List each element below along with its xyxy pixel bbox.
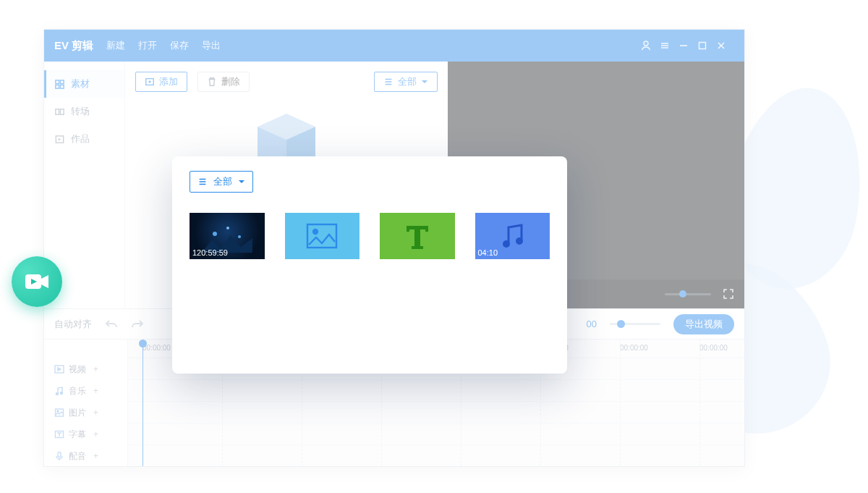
ruler-tick: 00:00:00 bbox=[620, 344, 648, 352]
camera-icon bbox=[24, 271, 50, 292]
svg-point-0 bbox=[644, 41, 648, 46]
record-badge[interactable] bbox=[12, 256, 62, 307]
audio-duration: 04:10 bbox=[478, 248, 498, 257]
svg-rect-19 bbox=[58, 452, 61, 458]
close-icon[interactable] bbox=[715, 40, 734, 51]
menu-export[interactable]: 导出 bbox=[202, 39, 221, 52]
titlebar: EV 剪辑 新建 打开 保存 导出 bbox=[44, 30, 744, 62]
svg-point-22 bbox=[226, 227, 229, 229]
filter-dropdown[interactable]: 全部 bbox=[374, 72, 438, 92]
add-track-icon[interactable]: + bbox=[93, 364, 98, 374]
add-track-icon[interactable]: + bbox=[93, 451, 98, 461]
redo-icon[interactable] bbox=[131, 319, 144, 330]
media-card-image[interactable] bbox=[285, 213, 360, 259]
menu-new[interactable]: 新建 bbox=[106, 39, 125, 52]
svg-point-15 bbox=[60, 392, 62, 394]
popup-filter-dropdown[interactable]: 全部 bbox=[190, 171, 253, 193]
sidebar-tab-transition[interactable]: 转场 bbox=[44, 98, 124, 125]
sidebar-label: 作品 bbox=[71, 132, 90, 146]
svg-point-25 bbox=[313, 229, 318, 234]
add-track-icon[interactable]: + bbox=[93, 408, 98, 418]
track-voice[interactable]: 配音+ bbox=[44, 445, 127, 466]
playhead[interactable] bbox=[142, 340, 143, 466]
media-card-video[interactable]: 120:59:59 bbox=[190, 213, 265, 259]
svg-rect-1 bbox=[699, 43, 706, 49]
undo-icon[interactable] bbox=[105, 319, 118, 330]
app-title: EV 剪辑 bbox=[54, 39, 93, 53]
svg-rect-3 bbox=[60, 80, 64, 83]
svg-rect-2 bbox=[56, 80, 59, 83]
user-icon[interactable] bbox=[640, 40, 659, 51]
maximize-icon[interactable] bbox=[697, 40, 715, 51]
volume-slider[interactable] bbox=[665, 293, 711, 295]
sidebar-tab-works[interactable]: 作品 bbox=[44, 125, 124, 153]
media-popup: 全部 120:59:59 04:10 bbox=[172, 156, 567, 374]
svg-point-17 bbox=[57, 410, 59, 412]
auto-align-toggle[interactable]: 自动对齐 bbox=[54, 318, 92, 331]
add-track-icon[interactable]: + bbox=[93, 386, 98, 396]
sidebar-tab-material[interactable]: 素材 bbox=[44, 70, 124, 98]
svg-rect-5 bbox=[60, 85, 64, 88]
svg-rect-6 bbox=[56, 109, 59, 114]
svg-rect-7 bbox=[60, 109, 64, 114]
export-video-button[interactable]: 导出视频 bbox=[673, 314, 734, 334]
svg-point-21 bbox=[213, 232, 217, 236]
svg-point-27 bbox=[516, 237, 523, 245]
track-labels: 视频+ 音乐+ 图片+ 字幕+ 配音+ bbox=[44, 340, 128, 466]
media-card-audio[interactable]: 04:10 bbox=[475, 213, 550, 259]
track-image[interactable]: 图片+ bbox=[44, 402, 127, 424]
music-icon bbox=[495, 222, 529, 250]
menu-open[interactable]: 打开 bbox=[138, 39, 157, 52]
menu-icon[interactable] bbox=[659, 40, 678, 51]
delete-button[interactable]: 删除 bbox=[197, 72, 250, 92]
text-icon bbox=[401, 222, 434, 250]
track-video[interactable]: 视频+ bbox=[44, 358, 127, 380]
ruler-tick: 00:00:00 bbox=[142, 344, 171, 352]
track-music[interactable]: 音乐+ bbox=[44, 380, 127, 402]
time-display: 00 bbox=[587, 319, 597, 329]
svg-point-14 bbox=[56, 392, 58, 395]
image-icon bbox=[305, 222, 339, 250]
sidebar-label: 转场 bbox=[71, 105, 90, 118]
add-button[interactable]: 添加 bbox=[135, 72, 187, 92]
sidebar-label: 素材 bbox=[71, 77, 90, 90]
svg-rect-4 bbox=[56, 85, 59, 88]
add-track-icon[interactable]: + bbox=[93, 429, 98, 439]
media-card-text[interactable] bbox=[380, 213, 455, 259]
ruler-tick: 00:00:00 bbox=[699, 344, 728, 352]
svg-point-26 bbox=[503, 240, 510, 248]
track-subtitle[interactable]: 字幕+ bbox=[44, 424, 127, 445]
menu-save[interactable]: 保存 bbox=[170, 39, 189, 52]
svg-point-23 bbox=[238, 235, 241, 238]
minimize-icon[interactable] bbox=[678, 40, 697, 51]
fullscreen-icon[interactable] bbox=[723, 288, 734, 300]
video-duration: 120:59:59 bbox=[192, 248, 228, 257]
zoom-slider[interactable] bbox=[610, 323, 660, 325]
